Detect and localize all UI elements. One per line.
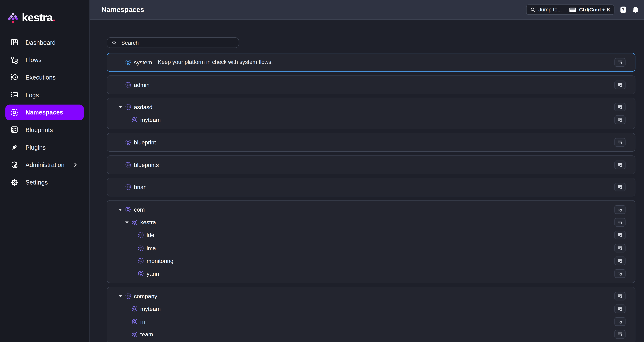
- logs-icon: [10, 91, 18, 99]
- flow-search-icon: [617, 117, 622, 123]
- search-input[interactable]: [120, 39, 234, 46]
- namespace-label: lde: [146, 232, 154, 238]
- jump-to-placeholder: Jump to...: [538, 6, 566, 13]
- namespace-row-rrr[interactable]: rrr: [107, 315, 635, 328]
- settings-icon: [10, 178, 18, 186]
- namespace-icon: [125, 162, 131, 168]
- kestra-logo[interactable]: kestra.: [8, 11, 89, 24]
- namespace-icon: [138, 258, 144, 264]
- sidebar-item-namespaces[interactable]: Namespaces: [5, 105, 84, 120]
- flow-search-icon: [617, 162, 622, 168]
- namespace-flows-button[interactable]: [614, 231, 626, 239]
- sidebar-item-logs[interactable]: Logs: [5, 87, 84, 103]
- namespace-label: company: [134, 293, 157, 299]
- sidebar-item-administration[interactable]: Administration: [5, 157, 84, 172]
- namespace-label: yann: [146, 270, 159, 277]
- namespace-row-team[interactable]: team: [107, 328, 635, 341]
- namespace-row-kestra[interactable]: kestra: [107, 216, 635, 229]
- dashboard-icon: [10, 38, 18, 46]
- namespace-label: myteam: [140, 117, 161, 123]
- collapse-caret-icon[interactable]: [125, 222, 128, 224]
- sidebar-item-settings[interactable]: Settings: [5, 174, 84, 190]
- namespace-card: blueprint: [107, 133, 635, 152]
- namespace-label: monitoring: [146, 257, 174, 264]
- flow-search-icon: [617, 60, 622, 65]
- namespace-flows-button[interactable]: [614, 269, 626, 278]
- namespace-row-admin[interactable]: admin: [107, 78, 635, 91]
- namespace-row-lma[interactable]: lma: [107, 242, 635, 254]
- namespace-flows-button[interactable]: [614, 244, 626, 252]
- namespace-flows-button[interactable]: [614, 205, 626, 214]
- namespace-label: kestra: [140, 219, 156, 226]
- main-area: Namespaces Jump to... Ctrl/Cmd + K syste…: [90, 0, 644, 342]
- namespace-label: blueprint: [134, 139, 156, 146]
- namespace-row-blueprints[interactable]: blueprints: [107, 159, 635, 171]
- namespace-row-company[interactable]: company: [107, 290, 635, 302]
- namespace-row-brian[interactable]: brian: [107, 181, 635, 193]
- sidebar-item-label: Blueprints: [26, 126, 53, 133]
- namespace-card: brian: [107, 178, 635, 197]
- sidebar-item-executions[interactable]: Executions: [5, 69, 84, 85]
- topbar: Namespaces Jump to... Ctrl/Cmd + K: [90, 0, 644, 20]
- flow-search-icon: [617, 293, 622, 299]
- sidebar-item-flows[interactable]: Flows: [5, 52, 84, 68]
- collapse-caret-icon[interactable]: [119, 106, 122, 108]
- namespace-flows-button[interactable]: [614, 317, 626, 326]
- sidebar-item-label: Logs: [26, 91, 39, 98]
- namespace-icon: [125, 82, 131, 88]
- namespace-row-monitoring[interactable]: monitoring: [107, 254, 635, 267]
- namespace-flows-button[interactable]: [614, 257, 626, 265]
- sidebar-item-label: Dashboard: [26, 39, 56, 46]
- sidebar-item-plugins[interactable]: Plugins: [5, 140, 84, 155]
- namespace-flows-button[interactable]: [614, 81, 626, 89]
- namespace-row-yann[interactable]: yann: [107, 267, 635, 280]
- namespace-icon: [132, 319, 138, 325]
- jump-to-search[interactable]: Jump to... Ctrl/Cmd + K: [526, 4, 614, 15]
- namespace-row-lde[interactable]: lde: [107, 229, 635, 242]
- namespace-icon: [138, 245, 144, 251]
- page-title: Namespaces: [102, 5, 144, 14]
- namespace-icon: [132, 306, 138, 312]
- flow-search-icon: [617, 220, 622, 225]
- namespace-flows-button[interactable]: [614, 138, 626, 147]
- executions-icon: [10, 73, 18, 81]
- flow-search-icon: [617, 245, 622, 251]
- namespace-icon: [125, 184, 131, 190]
- sidebar-item-blueprints[interactable]: Blueprints: [5, 122, 84, 138]
- sidebar-nav: DashboardFlowsExecutionsLogsNamespacesBl…: [0, 34, 89, 190]
- flow-search-icon: [617, 105, 622, 110]
- bell-icon[interactable]: [632, 6, 639, 13]
- flows-icon: [10, 56, 18, 64]
- namespace-icon: [132, 220, 138, 225]
- namespace-row-com[interactable]: com: [107, 203, 635, 216]
- namespace-flows-button[interactable]: [614, 58, 626, 66]
- flow-search-icon: [617, 332, 622, 337]
- namespace-row-blueprint[interactable]: blueprint: [107, 136, 635, 149]
- namespace-icon: [125, 59, 131, 65]
- chevron-right-icon: [73, 162, 78, 167]
- namespace-flows-button[interactable]: [614, 116, 626, 124]
- namespace-row-myteam[interactable]: myteam: [107, 302, 635, 315]
- namespace-flows-button[interactable]: [614, 161, 626, 169]
- namespace-flows-button[interactable]: [614, 103, 626, 111]
- kestra-app: kestra. DashboardFlowsExecutionsLogsName…: [0, 0, 644, 342]
- namespace-row-system[interactable]: systemKeep your platform in check with s…: [107, 56, 635, 69]
- administration-icon: [10, 161, 18, 169]
- brand-text: kestra.: [22, 12, 55, 23]
- collapse-caret-icon[interactable]: [119, 209, 122, 211]
- namespace-flows-button[interactable]: [614, 292, 626, 300]
- namespace-flows-button[interactable]: [614, 330, 626, 339]
- namespace-row-asdasd[interactable]: asdasd: [107, 101, 635, 114]
- help-icon[interactable]: [620, 6, 627, 13]
- namespace-flows-button[interactable]: [614, 183, 626, 191]
- kestra-logo-mark-icon: [8, 11, 19, 24]
- namespace-search: [107, 37, 239, 48]
- namespaces-icon: [10, 108, 18, 116]
- namespace-row-myteam[interactable]: myteam: [107, 114, 635, 126]
- namespace-flows-button[interactable]: [614, 218, 626, 227]
- namespace-icon: [125, 293, 131, 299]
- collapse-caret-icon[interactable]: [119, 295, 122, 297]
- sidebar-item-dashboard[interactable]: Dashboard: [5, 34, 84, 50]
- blueprints-icon: [10, 126, 18, 134]
- namespace-flows-button[interactable]: [614, 305, 626, 313]
